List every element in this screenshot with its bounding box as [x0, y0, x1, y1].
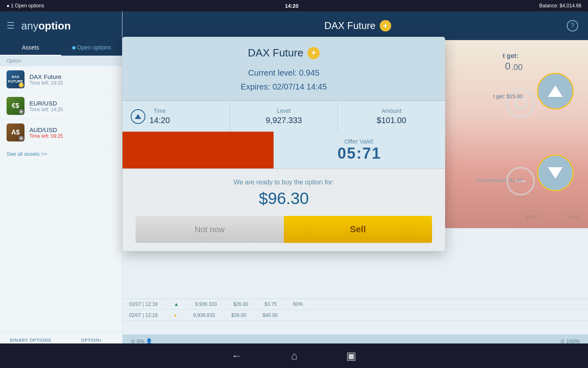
hamburger-icon[interactable]: ☰ — [7, 20, 15, 31]
help-icon[interactable]: ? — [567, 20, 578, 31]
row1-col3: $26.00 — [233, 301, 248, 307]
modal-level-cell: Level 9,927.333 — [230, 101, 338, 132]
sidebar-tabs: Assets Open options — [0, 40, 122, 56]
table-row-2: 02/07 | 12:18 ● 9,936.833 $26.00 $40.00 — [122, 310, 588, 321]
row2-date: 02/07 | 12:18 — [129, 312, 158, 318]
main-title-text: DAX Future — [324, 20, 375, 31]
modal-title-text: DAX Future — [248, 47, 303, 59]
asset-item-eurusd[interactable]: €$ ● EUR/USD Time left: 14:25 — [0, 93, 122, 119]
modal-title: DAX Future + — [136, 47, 432, 59]
tab-assets[interactable]: Assets — [0, 40, 61, 56]
home-button[interactable]: ⌂ — [291, 350, 298, 362]
eurusd-time: Time left: 14:25 — [29, 107, 116, 112]
audusd-info: AUD/USD Time left: 09:25 — [29, 126, 116, 139]
row1-indicator: ▲ — [174, 301, 179, 307]
chart-get-15: t get: $15.00 — [493, 93, 523, 99]
right-panel — [523, 40, 588, 204]
time-info: Time 14:20 — [149, 108, 170, 125]
logo-any: any — [21, 20, 38, 32]
modal-level-expires: Current level: 0.945 Expires: 02/07/14 1… — [136, 66, 432, 94]
tab-assets-label: Assets — [22, 44, 39, 51]
row2-col3: $26.00 — [231, 312, 246, 318]
sidebar: ☰ anyoption Assets Open options Option D… — [0, 11, 122, 348]
back-button[interactable]: ← — [232, 350, 242, 362]
audusd-name: AUD/USD — [29, 126, 116, 133]
dax-name: DAX Future — [29, 73, 116, 80]
modal-expires: Expires: 02/07/14 14:45 — [136, 80, 432, 94]
balance-display: Balance: $4,014.66 — [539, 3, 581, 9]
option-section-label: Option — [0, 56, 122, 66]
offer-area: Offer Valid: 05:71 — [274, 132, 445, 168]
modal-header: DAX Future + Current level: 0.945 Expire… — [122, 37, 445, 100]
audusd-time: Time left: 09:25 — [29, 133, 116, 139]
offer-label: Offer Valid: — [344, 138, 374, 145]
row1-col4: $3.75 — [265, 301, 277, 307]
see-all-assets[interactable]: See all assets >> — [0, 146, 122, 162]
main-plus-icon: + — [380, 20, 391, 31]
offer-timer: 05:71 — [337, 145, 381, 162]
tab-open-options-label: Open options — [77, 44, 111, 51]
level-value: 9,927.333 — [238, 116, 330, 125]
buy-amount: $96.30 — [136, 189, 432, 208]
modal-current-level: Current level: 0.945 — [136, 66, 432, 80]
time-cell-content: Time 14:20 — [131, 108, 222, 125]
modal-buy-section: We are ready to buy the option for: $96.… — [122, 168, 445, 251]
table-row-1: 02/07 | 12:18 ▲ 9,936.333 $26.00 $3.75 6… — [122, 299, 588, 310]
row1-col5: 60% — [293, 301, 303, 307]
sidebar-top-nav: ☰ anyoption — [0, 11, 122, 40]
level-label: Level — [238, 108, 330, 114]
row2-level: 9,936.833 — [193, 312, 215, 318]
dax-info: DAX Future Time left: 19:25 — [29, 73, 116, 86]
chart-time-1445: 14:45 — [566, 214, 580, 220]
modal-red-area: Offer Valid: 05:71 — [122, 132, 445, 168]
asset-item-audusd[interactable]: A$ ● AUD/USD Time left: 09:25 — [0, 119, 122, 146]
chart-time-1437: 14:37 — [526, 214, 539, 220]
arrow-down-icon — [548, 167, 563, 179]
sell-button[interactable]: Sell — [284, 216, 432, 243]
eur-icon: €$ ● — [7, 97, 24, 115]
sell-modal: DAX Future + Current level: 0.945 Expire… — [122, 37, 445, 251]
chart-get-label: t get: — [503, 52, 519, 60]
dax-time: Time left: 19:25 — [29, 80, 116, 86]
time-label: Time — [149, 108, 170, 114]
aud-icon: A$ ● — [7, 123, 24, 141]
app-logo: anyoption — [21, 20, 71, 32]
modal-time-cell: Time 14:20 — [122, 101, 230, 132]
asset-item-dax[interactable]: DAXFUTURE + DAX Future Time left: 19:25 — [0, 66, 122, 93]
time-value: 14:20 — [149, 116, 170, 125]
current-time: 14:20 — [285, 3, 298, 9]
time-arrow-icon — [131, 109, 145, 124]
modal-amount-cell: Amount $101.00 — [338, 101, 445, 132]
arrow-up-icon — [548, 85, 563, 97]
row1-date: 02/07 | 12:18 — [129, 301, 158, 307]
buy-text: We are ready to buy the option for: — [136, 179, 432, 186]
chart-commission: Commission: $1.00 — [477, 177, 523, 183]
open-options-status: ● 1 Open options — [7, 3, 44, 9]
amount-label: Amount — [346, 108, 437, 114]
status-bar: ● 1 Open options 14:20 Balance: $4,014.6… — [0, 0, 588, 11]
eurusd-name: EUR/USD — [29, 100, 116, 107]
not-now-button[interactable]: Not now — [136, 216, 284, 243]
modal-info-row: Time 14:20 Level 9,927.333 Amount $101.0… — [122, 100, 445, 132]
bottom-nav: ← ⌂ ▣ — [0, 343, 588, 368]
row1-level: 9,936.333 — [195, 301, 217, 307]
eurusd-info: EUR/USD Time left: 14:25 — [29, 100, 116, 112]
chart-get-amount: 0.00 — [505, 61, 523, 72]
main-header-title: DAX Future + — [324, 20, 391, 31]
modal-plus-icon: + — [307, 47, 320, 59]
tab-open-options[interactable]: Open options — [61, 40, 122, 56]
arrow-icon — [135, 114, 141, 119]
open-options-dot — [72, 46, 76, 49]
recent-button[interactable]: ▣ — [346, 350, 356, 362]
amount-value: $101.00 — [346, 116, 437, 125]
red-block — [122, 132, 274, 168]
row2-indicator: ● — [174, 312, 177, 318]
down-button[interactable] — [537, 155, 574, 191]
dax-icon: DAXFUTURE + — [7, 70, 24, 88]
main-header: DAX Future + ? — [122, 11, 588, 40]
modal-buttons: Not now Sell — [136, 216, 432, 243]
logo-option: option — [38, 20, 71, 32]
row2-col4: $40.00 — [263, 312, 278, 318]
up-button[interactable] — [537, 73, 574, 110]
